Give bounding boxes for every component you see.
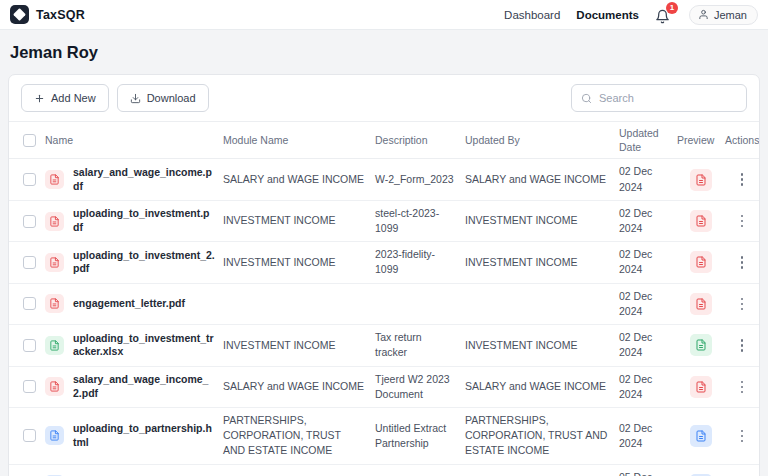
preview-button[interactable] bbox=[690, 334, 712, 356]
updated-date: 02 Dec 2024 bbox=[619, 159, 677, 199]
file-text-icon bbox=[49, 381, 60, 392]
file-text-icon bbox=[695, 256, 707, 268]
file-text-icon bbox=[695, 174, 707, 186]
row-checkbox[interactable] bbox=[23, 429, 36, 442]
file-name[interactable]: uploading_to_partnership.html bbox=[73, 422, 215, 449]
column-header: Updated By bbox=[465, 129, 619, 151]
kebab-menu-icon[interactable] bbox=[734, 377, 750, 398]
table-row: salary_and_wage_income_2.pdf SALARY and … bbox=[9, 367, 759, 408]
updated-by: INVESTMENT INCOME bbox=[465, 208, 619, 233]
updated-date: 02 Dec 2024 bbox=[619, 367, 677, 407]
table-row: engagement_letter.pdf 02 Dec 2024 bbox=[9, 284, 759, 325]
table-row: salary_and_wage_income.pdf SALARY and WA… bbox=[9, 159, 759, 200]
module-name: INVESTMENT INCOME bbox=[223, 333, 375, 358]
preview-button[interactable] bbox=[690, 376, 712, 398]
file-type-icon bbox=[45, 170, 64, 189]
description: steel-ct-2023-1099 bbox=[375, 201, 465, 241]
file-text-icon bbox=[49, 174, 60, 185]
file-text-icon bbox=[49, 216, 60, 227]
preview-button[interactable] bbox=[690, 425, 712, 447]
download-button[interactable]: Download bbox=[117, 84, 209, 112]
top-nav: Dashboard Documents 1 Jeman bbox=[504, 5, 758, 25]
file-type-icon bbox=[45, 426, 64, 445]
updated-date: 05 Dec 2024 bbox=[619, 465, 677, 476]
row-checkbox[interactable] bbox=[23, 297, 36, 310]
add-new-button[interactable]: Add New bbox=[21, 84, 109, 112]
row-checkbox[interactable] bbox=[23, 215, 36, 228]
column-header: Actions bbox=[725, 129, 760, 151]
file-text-icon bbox=[695, 339, 707, 351]
preview-button[interactable] bbox=[690, 210, 712, 232]
updated-date: 02 Dec 2024 bbox=[619, 284, 677, 324]
notifications-button[interactable]: 1 bbox=[655, 6, 673, 24]
file-type-icon bbox=[45, 377, 64, 396]
column-header: Name bbox=[45, 129, 223, 151]
file-text-icon bbox=[695, 381, 707, 393]
module-name: SALARY and WAGE INCOME bbox=[223, 374, 375, 399]
preview-button[interactable] bbox=[690, 251, 712, 273]
kebab-menu-icon[interactable] bbox=[734, 211, 750, 232]
description: Untitled Extract Partnership bbox=[375, 416, 465, 456]
nav-dashboard[interactable]: Dashboard bbox=[504, 9, 560, 21]
nav-documents[interactable]: Documents bbox=[576, 9, 639, 21]
preview-button[interactable] bbox=[690, 169, 712, 191]
brand-name: TaxSQR bbox=[36, 8, 85, 22]
user-menu-button[interactable]: Jeman bbox=[689, 5, 758, 25]
updated-by: SALARY and WAGE INCOME bbox=[465, 374, 619, 399]
notification-badge: 1 bbox=[666, 2, 678, 14]
updated-by: PARTNERSHIPS, CORPORATION, TRUST AND EST… bbox=[465, 408, 619, 464]
table-header-row: NameModule NameDescriptionUpdated ByUpda… bbox=[9, 121, 759, 159]
brand-logo[interactable]: TaxSQR bbox=[10, 5, 85, 24]
file-type-icon bbox=[45, 212, 64, 231]
select-all-checkbox[interactable] bbox=[23, 134, 36, 147]
file-name[interactable]: uploading_to_investment_2.pdf bbox=[73, 249, 215, 276]
row-checkbox[interactable] bbox=[23, 339, 36, 352]
table-row: uploading_to_partnership.html PARTNERSHI… bbox=[9, 408, 759, 465]
file-name[interactable]: engagement_letter.pdf bbox=[73, 297, 185, 311]
toolbar: Add New Download bbox=[9, 75, 759, 121]
search-input[interactable] bbox=[599, 92, 737, 104]
column-header: Module Name bbox=[223, 129, 375, 151]
search-icon bbox=[581, 93, 592, 104]
file-name[interactable]: salary_and_wage_income.pdf bbox=[73, 166, 215, 193]
kebab-menu-icon[interactable] bbox=[734, 294, 750, 315]
updated-by: INVESTMENT INCOME bbox=[465, 250, 619, 275]
row-checkbox[interactable] bbox=[23, 380, 36, 393]
table-row: uploading_to_investment_2.pdf INVESTMENT… bbox=[9, 242, 759, 283]
file-text-icon bbox=[695, 430, 707, 442]
row-checkbox[interactable] bbox=[23, 256, 36, 269]
updated-date: 02 Dec 2024 bbox=[619, 416, 677, 456]
page-title: Jeman Roy bbox=[0, 30, 768, 74]
column-header: Preview bbox=[677, 129, 725, 151]
file-text-icon bbox=[695, 298, 707, 310]
updated-by bbox=[465, 299, 619, 309]
plus-icon bbox=[34, 93, 45, 104]
kebab-menu-icon[interactable] bbox=[734, 169, 750, 190]
file-name[interactable]: uploading_to_investment.pdf bbox=[73, 207, 215, 234]
file-type-icon bbox=[45, 336, 64, 355]
module-name: PARTNERSHIPS, CORPORATION, TRUST AND EST… bbox=[223, 408, 375, 464]
updated-date: 02 Dec 2024 bbox=[619, 325, 677, 365]
kebab-menu-icon[interactable] bbox=[734, 252, 750, 273]
module-name: INVESTMENT INCOME bbox=[223, 250, 375, 275]
file-name[interactable]: uploading_to_investment_tracker.xlsx bbox=[73, 332, 215, 359]
file-type-icon bbox=[45, 253, 64, 272]
description bbox=[375, 299, 465, 309]
table-row: Tax Return 2424.html CPA CPA 05 Dec 2024 bbox=[9, 465, 759, 476]
file-text-icon bbox=[49, 257, 60, 268]
kebab-menu-icon[interactable] bbox=[734, 426, 750, 447]
description: Tjeerd W2 2023 Document bbox=[375, 367, 465, 407]
file-name[interactable]: salary_and_wage_income_2.pdf bbox=[73, 373, 215, 400]
documents-card: Add New Download NameModule NameDescript… bbox=[8, 74, 760, 476]
file-type-icon bbox=[45, 294, 64, 313]
top-bar: TaxSQR Dashboard Documents 1 Jeman bbox=[0, 0, 768, 30]
file-text-icon bbox=[695, 215, 707, 227]
file-text-icon bbox=[49, 298, 60, 309]
user-name: Jeman bbox=[714, 9, 747, 21]
module-name: INVESTMENT INCOME bbox=[223, 208, 375, 233]
preview-button[interactable] bbox=[690, 293, 712, 315]
column-header: Description bbox=[375, 129, 465, 151]
kebab-menu-icon[interactable] bbox=[734, 335, 750, 356]
row-checkbox[interactable] bbox=[23, 173, 36, 186]
description: Tax return tracker bbox=[375, 325, 465, 365]
